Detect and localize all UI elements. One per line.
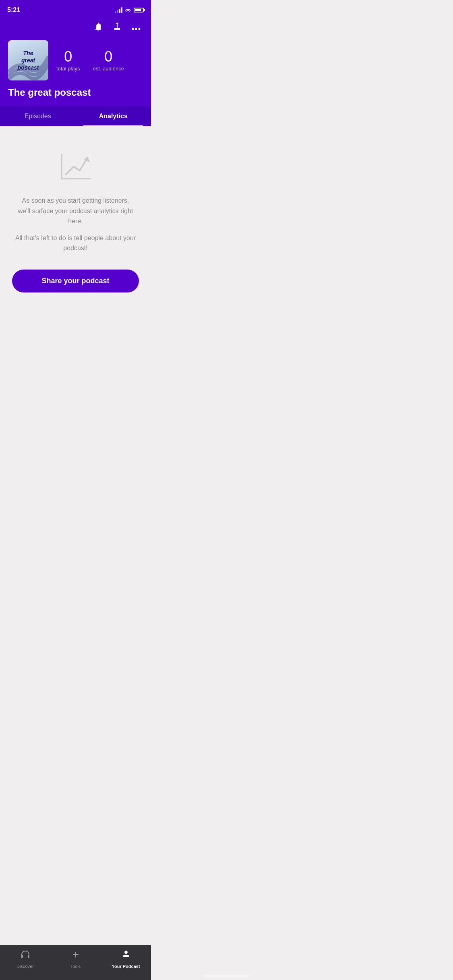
stats-container: 0 total plays 0 est. audience (56, 49, 124, 72)
status-icons (115, 7, 144, 13)
svg-point-2 (139, 28, 141, 30)
status-bar: 5:21 (0, 0, 151, 18)
battery-icon (134, 8, 144, 12)
est-audience-number: 0 (104, 49, 112, 64)
header: Thegreatposcast 0 total plays 0 est. aud… (0, 18, 151, 106)
share-button-header[interactable] (112, 21, 122, 34)
tab-analytics[interactable]: Analytics (76, 106, 151, 126)
podcast-cover: Thegreatposcast (8, 40, 48, 80)
notification-button[interactable] (93, 21, 103, 34)
tab-episodes[interactable]: Episodes (0, 106, 76, 126)
header-actions (8, 21, 143, 34)
total-plays-stat: 0 total plays (56, 49, 80, 72)
signal-icon (115, 7, 122, 13)
total-plays-number: 0 (64, 49, 72, 64)
total-plays-label: total plays (56, 66, 80, 72)
share-podcast-button[interactable]: Share your podcast (12, 270, 139, 292)
analytics-content: As soon as you start getting listeners, … (0, 126, 151, 319)
podcast-title: The great poscast (8, 87, 143, 100)
wifi-icon (125, 8, 131, 12)
more-options-button[interactable] (131, 21, 141, 34)
podcast-info: Thegreatposcast 0 total plays 0 est. aud… (8, 40, 143, 80)
analytics-empty-text1: As soon as you start getting listeners, … (15, 196, 136, 226)
analytics-empty-text2: All that's left to do is tell people abo… (15, 233, 136, 253)
tabs: Episodes Analytics (0, 106, 151, 126)
est-audience-label: est. audience (93, 66, 124, 72)
status-time: 5:21 (7, 6, 20, 14)
est-audience-stat: 0 est. audience (93, 49, 124, 72)
svg-point-0 (132, 28, 134, 30)
svg-point-1 (135, 28, 137, 30)
analytics-empty-icon (58, 150, 94, 183)
